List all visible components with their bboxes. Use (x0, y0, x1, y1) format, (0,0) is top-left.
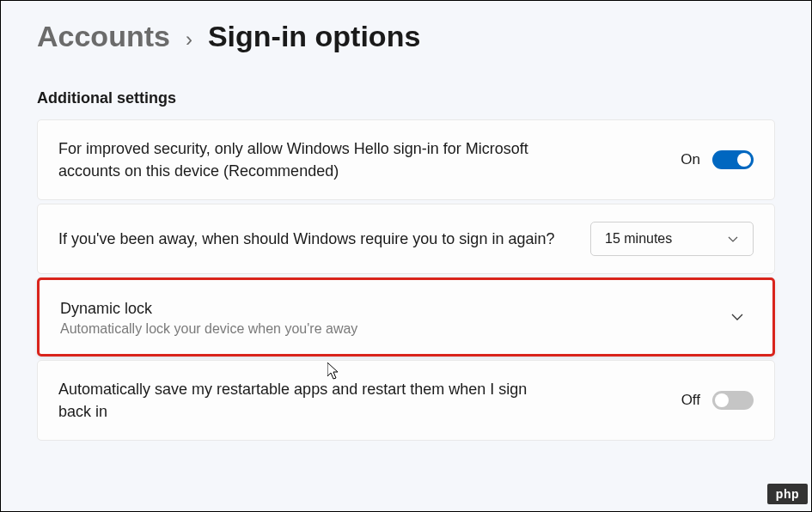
breadcrumb-parent[interactable]: Accounts (37, 20, 170, 53)
toggle-label: Off (681, 392, 700, 409)
breadcrumb: Accounts › Sign-in options (37, 20, 775, 53)
chevron-down-icon (730, 309, 745, 325)
dropdown-require-signin[interactable]: 15 minutes (590, 222, 754, 256)
toggle-restartable-apps[interactable] (712, 391, 754, 410)
setting-row-dynamic-lock[interactable]: Dynamic lock Automatically lock your dev… (37, 277, 775, 357)
setting-row-restartable-apps: Automatically save my restartable apps a… (37, 360, 775, 441)
toggle-label: On (681, 151, 700, 168)
setting-title: Automatically save my restartable apps a… (58, 378, 557, 423)
chevron-right-icon: › (186, 27, 192, 52)
chevron-down-icon (727, 233, 739, 245)
setting-row-require-signin: If you've been away, when should Windows… (37, 204, 775, 274)
toggle-windows-hello[interactable] (712, 150, 754, 169)
dropdown-value: 15 minutes (605, 231, 672, 247)
page-title: Sign-in options (208, 20, 420, 53)
setting-title: If you've been away, when should Windows… (58, 228, 557, 250)
watermark: php (767, 484, 808, 504)
setting-title: For improved security, only allow Window… (58, 137, 557, 182)
section-heading: Additional settings (37, 89, 775, 107)
setting-subtitle: Automatically lock your device when you'… (60, 321, 559, 337)
setting-row-windows-hello: For improved security, only allow Window… (37, 119, 775, 200)
setting-title: Dynamic lock (60, 297, 559, 320)
